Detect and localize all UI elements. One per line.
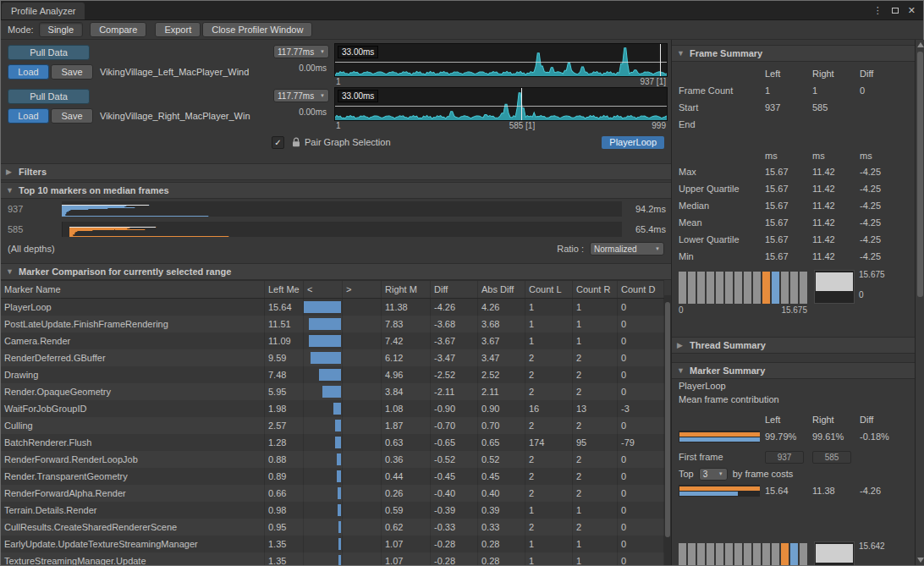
table-row[interactable]: BatchRenderer.Flush1.280.63-0.650.651749… (1, 434, 664, 451)
table-row[interactable]: PlayerLoop15.6411.38-4.264.26110 (1, 299, 664, 316)
right-bar-cell (343, 451, 382, 468)
summary-row: Min15.6711.42-4.25 (679, 248, 915, 265)
ratio-dropdown[interactable]: Normalized ▼ (590, 242, 664, 256)
column-header-count-diff[interactable]: Count D (618, 281, 664, 298)
count-right-cell: 2 (573, 485, 618, 502)
y-scale-dropdown[interactable]: 117.77ms ▼ (273, 45, 329, 58)
count-left-cell: 2 (525, 485, 573, 502)
frame-graph-left[interactable]: 33.00ms (334, 43, 668, 77)
right-scrollbar[interactable] (915, 40, 924, 565)
depths-row: (All depths) Ratio : Normalized ▼ (1, 239, 671, 258)
table-row[interactable]: RenderDeferred.GBuffer9.596.12-3.473.472… (1, 349, 664, 366)
summary-value: -4.25 (860, 217, 909, 228)
filters-section-header[interactable]: ▶ Filters (1, 163, 671, 180)
marker-segment[interactable] (62, 216, 209, 217)
table-row[interactable]: WaitForJobGroupID1.981.08-0.900.901613-3 (1, 400, 664, 417)
column-header-diff[interactable]: Diff (431, 281, 478, 298)
frame-graph-right[interactable]: 33.00ms (334, 87, 668, 121)
column-header-right-bar[interactable]: > (343, 281, 382, 298)
kebab-menu-icon[interactable]: ⋮ (873, 6, 883, 15)
right-scrollbar-thumb[interactable] (917, 52, 923, 297)
count-right-cell: 13 (573, 400, 618, 417)
pull-data-button[interactable]: Pull Data (8, 45, 90, 60)
frame-summary-header[interactable]: ▼ Frame Summary (672, 45, 915, 62)
diff-bar (309, 318, 341, 330)
mode-toolbar: Mode: Single Compare Export Close Profil… (1, 20, 923, 40)
top-suffix: by frame costs (733, 469, 794, 479)
table-scrollbar[interactable] (664, 295, 671, 565)
top10-row: 937 PlayerLoopFinishFrameRRenderGBufferD… (1, 199, 671, 219)
table-row[interactable]: Culling2.571.87-0.700.70220 (1, 417, 664, 434)
table-scrollbar-thumb[interactable] (665, 302, 670, 537)
column-header-count-right[interactable]: Count R (573, 281, 618, 298)
foldout-closed-icon: ▶ (6, 168, 14, 176)
column-header-marker-name[interactable]: Marker Name (1, 281, 265, 298)
column-header-right-ms[interactable]: Right M (382, 281, 431, 298)
top10-section-header[interactable]: ▼ Top 10 markers on median frames (1, 182, 671, 199)
first-frame-right-button[interactable]: 585 (812, 451, 851, 464)
table-row[interactable]: TextureStreamingManager.Update1.351.07-0… (1, 552, 664, 565)
summary-value: 937 (765, 102, 812, 113)
summary-value: -4.25 (860, 234, 909, 245)
marker-summary-header[interactable]: ▼ Marker Summary (672, 362, 915, 379)
marker-segment[interactable] (69, 236, 229, 237)
histogram-bar (753, 272, 761, 304)
column-header-left-ms[interactable]: Left Me (265, 281, 304, 298)
table-row[interactable]: Terrain.Details.Render0.980.59-0.390.391… (1, 502, 664, 519)
column-header-abs-diff[interactable]: Abs Diff (478, 281, 525, 298)
table-row[interactable]: EarlyUpdate.UpdateTextureStreamingManage… (1, 536, 664, 552)
column-header-left-bar[interactable]: < (304, 281, 343, 298)
frame-summary-column-headers: Left Right Diff (679, 65, 915, 82)
frame-summary-stats: Max15.6711.42-4.25Upper Quartile15.6711.… (679, 163, 915, 265)
table-row[interactable]: CullResults.CreateSharedRendererScene0.9… (1, 519, 664, 536)
table-row[interactable]: RenderForward.RenderLoopJob0.880.36-0.52… (1, 451, 664, 468)
table-row[interactable]: PostLateUpdate.FinishFrameRendering11.51… (1, 316, 664, 332)
ratio-value: Normalized (594, 245, 637, 254)
pull-data-button[interactable]: Pull Data (8, 89, 90, 104)
foldout-open-icon: ▼ (6, 186, 14, 195)
table-row[interactable]: Render.TransparentGeometry0.890.44-0.450… (1, 468, 664, 485)
maximize-icon[interactable] (892, 8, 899, 14)
export-button[interactable]: Export (155, 22, 201, 37)
left-bar-cell (304, 417, 343, 434)
right-bar-cell (343, 552, 382, 565)
frame-time-histogram: 0 15.675 15.675 0 (679, 270, 915, 315)
table-row[interactable]: Drawing7.484.96-2.522.52220 (1, 366, 664, 383)
diff-cell: -0.39 (431, 502, 478, 519)
top-n-value: 3 (703, 470, 708, 479)
load-button[interactable]: Load (8, 64, 49, 80)
close-profiler-window-button[interactable]: Close Profiler Window (202, 22, 312, 37)
lock-icon[interactable] (292, 137, 300, 147)
mode-compare-button[interactable]: Compare (90, 22, 146, 37)
frame-trace (335, 44, 667, 76)
count-right-cell: 2 (573, 417, 618, 434)
frame-summary-info: Frame Count110Start937585End (679, 82, 915, 133)
marker-summary-title: Marker Summary (690, 365, 765, 376)
top-n-dropdown[interactable]: 3 ▼ (699, 468, 728, 481)
abs-diff-cell: 0.52 (478, 451, 525, 468)
load-button[interactable]: Load (8, 108, 49, 124)
mode-single-button[interactable]: Single (39, 22, 84, 37)
contribution-left: 99.79% (765, 431, 812, 442)
pair-selection-checkbox[interactable]: ✓ (272, 136, 284, 149)
scroll-up-icon[interactable] (917, 42, 924, 47)
column-header-count-left[interactable]: Count L (525, 281, 573, 298)
table-row[interactable]: RenderForwardAlpha.Render0.660.26-0.400.… (1, 485, 664, 502)
close-icon[interactable]: ✕ (908, 6, 916, 15)
diff-cell: -0.52 (431, 451, 478, 468)
count-left-cell: 2 (525, 519, 573, 536)
window-tab[interactable]: Profile Analyzer (2, 3, 85, 19)
thread-summary-header[interactable]: ▶ Thread Summary (672, 337, 915, 354)
table-row[interactable]: Render.OpaqueGeometry5.953.84-2.112.1122… (1, 383, 664, 400)
table-row[interactable]: Camera.Render11.097.42-3.673.67110 (1, 332, 664, 349)
first-frame-left-button[interactable]: 937 (765, 451, 804, 464)
y-scale-dropdown[interactable]: 117.77ms ▼ (273, 89, 329, 102)
box-plot-labels: 15.675 0 (859, 270, 885, 304)
comparison-section-header[interactable]: ▼ Marker Comparison for currently select… (1, 263, 671, 280)
summary-label: Min (679, 251, 765, 261)
save-button[interactable]: Save (51, 64, 93, 80)
histogram-bar (800, 543, 807, 565)
scroll-down-icon[interactable] (917, 558, 924, 563)
chevron-down-icon: ▼ (320, 93, 325, 98)
save-button[interactable]: Save (51, 108, 93, 124)
